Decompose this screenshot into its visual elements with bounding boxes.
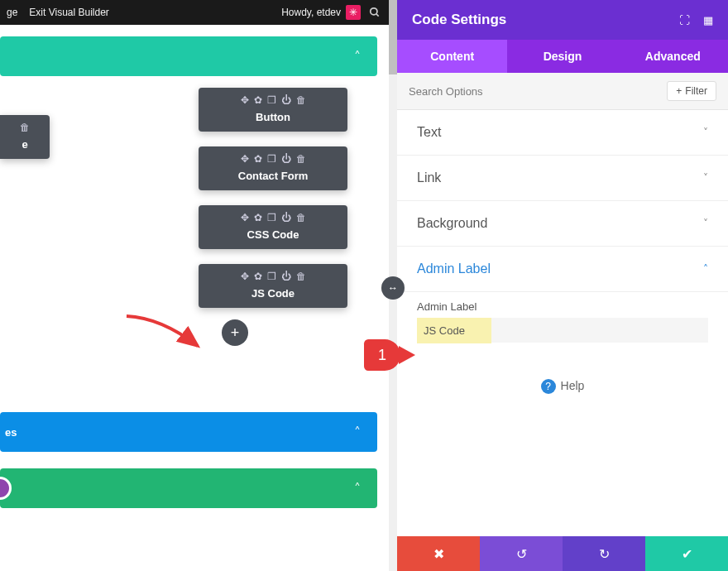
section-bar-green[interactable]: ˄: [0, 468, 377, 508]
module-label: Button: [199, 111, 347, 123]
duplicate-icon[interactable]: ❐: [267, 94, 276, 106]
move-icon[interactable]: ✥: [241, 94, 249, 106]
trash-icon[interactable]: 🗑: [296, 153, 306, 165]
module-block-button[interactable]: ✥ ✿ ❐ ⏻ 🗑 Button: [199, 88, 347, 132]
save-button[interactable]: ✔: [645, 536, 728, 571]
module-block-contact-form[interactable]: ✥ ✿ ❐ ⏻ 🗑 Contact Form: [199, 146, 347, 190]
tab-advanced[interactable]: Advanced: [618, 40, 728, 73]
undo-button[interactable]: ↺: [480, 536, 563, 571]
move-icon[interactable]: ✥: [241, 212, 249, 223]
redo-button[interactable]: ↻: [563, 536, 645, 571]
add-module-button[interactable]: +: [222, 319, 248, 346]
panel-resize-handle[interactable]: ↔: [381, 276, 405, 300]
admin-label-field-label: Admin Label: [397, 292, 728, 314]
avatar-icon[interactable]: ✳: [346, 5, 361, 20]
section-label-fragment: es: [5, 426, 17, 439]
builder-canvas: ge Exit Visual Builder Howdy, etdev ✳ ˄ …: [0, 0, 389, 571]
help-link[interactable]: ?Help: [397, 358, 728, 414]
option-admin-label[interactable]: Admin Label ˄: [397, 247, 728, 292]
move-icon[interactable]: ✥: [241, 153, 249, 165]
chevron-down-icon: ˅: [703, 172, 708, 184]
trash-icon[interactable]: 🗑: [20, 122, 30, 133]
option-link[interactable]: Link ˅: [397, 156, 728, 201]
chevron-down-icon: ˅: [703, 218, 708, 229]
power-icon[interactable]: ⏻: [281, 212, 291, 223]
admin-nav-fragment[interactable]: ge: [7, 7, 17, 18]
cancel-button[interactable]: ✖: [397, 536, 480, 571]
exit-vb-button[interactable]: Exit Visual Builder: [29, 7, 109, 18]
option-background[interactable]: Background ˅: [397, 201, 728, 247]
svg-line-1: [376, 14, 379, 17]
howdy-greeting[interactable]: Howdy, etdev: [281, 7, 341, 18]
section-bar-blue[interactable]: es ˄: [0, 412, 377, 452]
duplicate-icon[interactable]: ❐: [267, 271, 276, 282]
module-block-js-code[interactable]: ✥ ✿ ❐ ⏻ 🗑 JS Code: [199, 264, 347, 308]
module-label: CSS Code: [199, 228, 347, 241]
module-block-partial[interactable]: 🗑 e: [0, 115, 50, 159]
power-icon[interactable]: ⏻: [281, 153, 291, 165]
chevron-up-icon[interactable]: ˄: [354, 425, 361, 440]
module-block-css-code[interactable]: ✥ ✿ ❐ ⏻ 🗑 CSS Code: [199, 205, 347, 249]
module-label: Contact Form: [199, 170, 347, 182]
search-options-input[interactable]: Search Options: [409, 85, 667, 98]
trash-icon[interactable]: 🗑: [296, 94, 306, 106]
duplicate-icon[interactable]: ❐: [267, 153, 276, 165]
tab-content[interactable]: Content: [397, 40, 507, 73]
grid-icon[interactable]: ▦: [703, 14, 713, 26]
panel-title: Code Settings: [412, 12, 679, 28]
chevron-up-icon: ˄: [703, 263, 708, 275]
tab-design[interactable]: Design: [507, 40, 617, 73]
move-icon[interactable]: ✥: [241, 271, 249, 282]
wp-admin-bar: ge Exit Visual Builder Howdy, etdev ✳: [0, 0, 389, 25]
section-bar-teal[interactable]: ˄: [0, 36, 377, 76]
admin-label-input[interactable]: [417, 318, 491, 343]
row-handle-icon[interactable]: [0, 477, 12, 500]
input-remainder[interactable]: [491, 318, 708, 343]
module-label-partial: e: [0, 138, 50, 151]
settings-panel: Code Settings ⛶ ▦ Content Design Advance…: [397, 0, 728, 571]
gear-icon[interactable]: ✿: [254, 153, 262, 165]
gear-icon[interactable]: ✿: [254, 94, 262, 106]
gear-icon[interactable]: ✿: [254, 212, 262, 223]
expand-icon[interactable]: ⛶: [679, 14, 690, 26]
option-text[interactable]: Text ˅: [397, 110, 728, 156]
trash-icon[interactable]: 🗑: [296, 271, 306, 282]
help-icon: ?: [541, 379, 556, 394]
module-label: JS Code: [199, 287, 347, 300]
power-icon[interactable]: ⏻: [281, 94, 291, 106]
svg-point-0: [371, 8, 377, 15]
trash-icon[interactable]: 🗑: [296, 212, 306, 223]
duplicate-icon[interactable]: ❐: [267, 212, 276, 223]
power-icon[interactable]: ⏻: [281, 271, 291, 282]
chevron-up-icon[interactable]: ˄: [354, 481, 361, 497]
gear-icon[interactable]: ✿: [254, 271, 262, 282]
annotation-arrow: [120, 309, 211, 359]
chevron-down-icon: ˅: [703, 127, 708, 138]
scrollbar-thumb[interactable]: [389, 0, 397, 74]
search-icon[interactable]: [367, 5, 382, 20]
filter-button[interactable]: +Filter: [667, 81, 716, 101]
chevron-up-icon[interactable]: ˄: [354, 49, 361, 65]
